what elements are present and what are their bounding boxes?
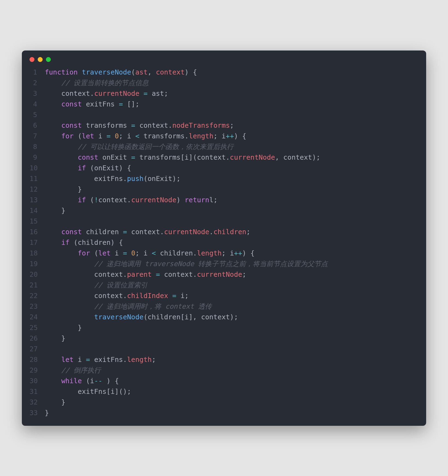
code-line: 25 } — [30, 322, 418, 333]
line-content: } — [45, 205, 418, 216]
code-line: 14 } — [30, 205, 418, 216]
code-token — [168, 292, 172, 300]
code-token: } — [45, 207, 65, 215]
code-token: currentNode — [131, 196, 176, 204]
code-token: = — [131, 153, 135, 161]
line-content: } — [45, 322, 418, 333]
line-number: 4 — [30, 99, 45, 109]
zoom-icon[interactable] — [46, 57, 51, 62]
code-token — [45, 132, 61, 140]
line-number: 25 — [30, 322, 45, 333]
code-token: -- — [94, 377, 102, 385]
code-token: } — [45, 324, 82, 332]
code-token — [45, 100, 61, 108]
code-token: currentNode — [197, 270, 242, 278]
code-token: ) — [176, 196, 185, 204]
line-content — [45, 109, 418, 120]
line-number: 29 — [30, 365, 45, 376]
code-line: 6 const transforms = context.nodeTransfo… — [30, 120, 418, 131]
line-number: 17 — [30, 237, 45, 248]
code-token: i — [111, 249, 123, 257]
code-token: onExit — [98, 153, 131, 161]
code-token: 0 — [115, 132, 119, 140]
code-token: children — [213, 228, 246, 236]
code-token: exitFns. — [90, 356, 127, 364]
code-token: ( — [131, 68, 135, 76]
code-token: children. — [156, 249, 197, 257]
code-token — [45, 281, 94, 289]
code-token: // 设置当前转换的节点信息 — [61, 79, 149, 87]
code-line: 12 } — [30, 184, 418, 195]
code-token — [139, 90, 143, 97]
code-token: ++ — [234, 249, 242, 257]
code-token: (children) { — [69, 239, 123, 246]
code-token: ; — [242, 270, 246, 278]
code-token: context. — [45, 90, 94, 97]
code-line: 21 // 设置位置索引 — [30, 280, 418, 290]
line-content: // 设置当前转换的节点信息 — [45, 78, 418, 88]
line-content: } — [45, 407, 418, 418]
line-number: 11 — [30, 173, 45, 184]
code-line: 8 // 可以让转换函数返回一个函数，依次来置后执行 — [30, 141, 418, 152]
minimize-icon[interactable] — [38, 57, 43, 62]
code-token: ( — [86, 196, 94, 204]
code-token: context — [156, 68, 184, 76]
line-content: // 倒序执行 — [45, 365, 418, 376]
line-content: const transforms = context.nodeTransform… — [45, 120, 418, 131]
line-content: exitFns[i](); — [45, 386, 418, 397]
line-content: const children = context.currentNode.chi… — [45, 227, 418, 237]
code-token — [45, 260, 94, 268]
code-token: // 设置位置索引 — [94, 281, 148, 289]
line-number: 14 — [30, 205, 45, 216]
code-token: let — [98, 249, 111, 257]
code-token: if — [78, 164, 86, 172]
code-token: // 可以让转换函数返回一个函数，依次来置后执行 — [78, 143, 233, 151]
code-token: } — [45, 185, 82, 193]
line-content: function traverseNode(ast, context) { — [45, 67, 418, 78]
line-number: 2 — [30, 78, 45, 88]
code-line: 4 const exitFns = []; — [30, 99, 418, 109]
code-token — [45, 302, 94, 310]
line-content: context.currentNode = ast; — [45, 88, 418, 99]
code-token: = — [107, 132, 111, 140]
code-token: ; — [152, 356, 156, 364]
code-line: 27 — [30, 344, 418, 354]
line-number: 28 — [30, 354, 45, 365]
line-number: 9 — [30, 152, 45, 163]
code-token: []; — [123, 100, 139, 108]
line-content: // 可以让转换函数返回一个函数，依次来置后执行 — [45, 141, 418, 152]
line-number: 12 — [30, 184, 45, 195]
code-line: 32 } — [30, 397, 418, 407]
code-line: 2 // 设置当前转换的节点信息 — [30, 78, 418, 88]
line-number: 26 — [30, 333, 45, 344]
code-token: transforms. — [139, 132, 189, 140]
code-token: i — [94, 132, 107, 140]
line-content: while (i-- ) { — [45, 376, 418, 386]
code-token: context. — [160, 270, 197, 278]
close-icon[interactable] — [30, 57, 34, 62]
code-token: ; i — [135, 249, 152, 257]
code-token: (i — [82, 377, 94, 385]
code-window: 1function traverseNode(ast, context) {2 … — [22, 50, 426, 426]
code-token: = — [156, 270, 160, 278]
code-line: 22 context.childIndex = i; — [30, 290, 418, 301]
code-token: currentNode — [230, 153, 275, 161]
line-number: 15 — [30, 216, 45, 227]
code-token: transforms — [82, 121, 131, 129]
line-number: 7 — [30, 131, 45, 141]
code-token: ; — [246, 228, 250, 236]
code-token: context. — [45, 292, 127, 300]
code-token: . — [209, 228, 213, 236]
line-content: let i = exitFns.length; — [45, 354, 418, 365]
code-token: i — [73, 356, 86, 364]
line-number: 3 — [30, 88, 45, 99]
code-token — [45, 121, 61, 129]
code-line: 33} — [30, 407, 418, 418]
code-line: 31 exitFns[i](); — [30, 386, 418, 397]
line-content: } — [45, 184, 418, 195]
code-line: 26 } — [30, 333, 418, 344]
code-token: parent — [127, 270, 152, 278]
line-content: for (let i = 0; i < children.length; i++… — [45, 248, 418, 258]
line-content: } — [45, 333, 418, 344]
code-token: let — [82, 132, 94, 140]
